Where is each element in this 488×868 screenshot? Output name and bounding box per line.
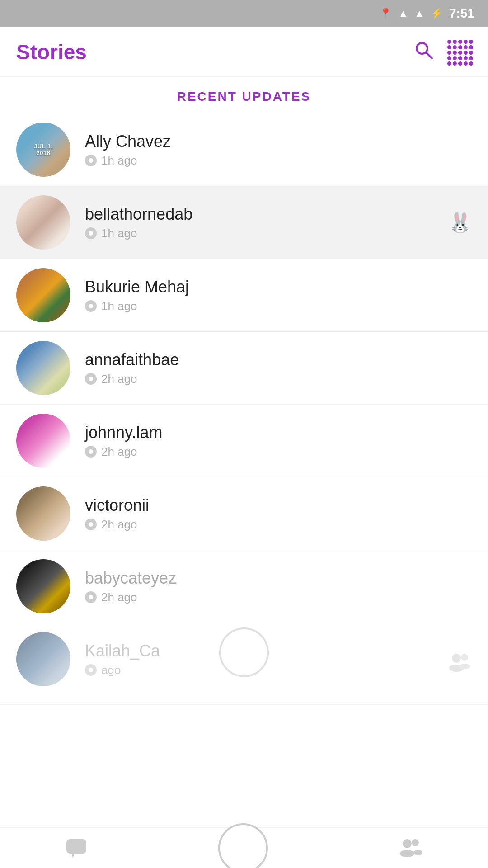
grid-dot bbox=[453, 51, 457, 55]
grid-menu-button[interactable] bbox=[447, 40, 472, 64]
story-username-johnny: johnny.lam bbox=[85, 423, 472, 442]
story-item-bukurie[interactable]: Bukurie Mehaj 1h ago bbox=[0, 259, 488, 332]
svg-point-9 bbox=[400, 850, 414, 857]
grid-dot bbox=[458, 45, 462, 49]
grid-dot bbox=[447, 40, 451, 44]
search-button[interactable] bbox=[414, 40, 434, 63]
story-time-anna: 2h ago bbox=[85, 372, 472, 386]
svg-rect-6 bbox=[66, 839, 86, 854]
section-title: RECENT UPDATES bbox=[0, 77, 488, 113]
snap-circle[interactable] bbox=[219, 627, 269, 677]
grid-dot bbox=[469, 40, 473, 44]
time-icon bbox=[85, 227, 97, 239]
story-info-last: Kailah_Ca ago bbox=[85, 642, 472, 677]
snap-shutter-icon bbox=[218, 823, 268, 868]
grid-dot bbox=[447, 51, 451, 55]
snap-nav-button[interactable] bbox=[218, 823, 268, 868]
story-username-last: Kailah_Ca bbox=[85, 642, 472, 660]
story-item-ally[interactable]: Ally Chavez 1h ago bbox=[0, 113, 488, 186]
story-item-baby[interactable]: babycateyez 2h ago bbox=[0, 550, 488, 623]
friends-nav-button[interactable] bbox=[399, 838, 422, 858]
grid-dot bbox=[458, 56, 462, 60]
story-item-last[interactable]: Kailah_Ca ago bbox=[0, 623, 488, 705]
story-time-bella: 1h ago bbox=[85, 226, 448, 241]
grid-dot bbox=[464, 40, 468, 44]
time-icon bbox=[85, 519, 97, 530]
grid-dot bbox=[453, 56, 457, 60]
grid-dot bbox=[458, 40, 462, 44]
avatar-baby bbox=[16, 559, 70, 613]
svg-point-5 bbox=[459, 664, 470, 669]
story-info-victor: victoronii 2h ago bbox=[85, 496, 472, 532]
story-item-bella[interactable]: bellathornedab 1h ago 🐰 bbox=[0, 186, 488, 259]
time-icon bbox=[85, 300, 97, 312]
story-username-bella: bellathornedab bbox=[85, 205, 448, 224]
avatar-anna bbox=[16, 341, 70, 395]
avatar-victor bbox=[16, 486, 70, 541]
location-icon: 📍 bbox=[380, 8, 392, 19]
time-icon bbox=[85, 446, 97, 458]
story-item-anna[interactable]: annafaithbae 2h ago bbox=[0, 332, 488, 405]
time-icon bbox=[85, 664, 97, 676]
avatar-bukurie bbox=[16, 268, 70, 322]
story-badge-bella: 🐰 bbox=[448, 212, 472, 234]
story-info-baby: babycateyez 2h ago bbox=[85, 569, 472, 604]
chat-nav-button[interactable] bbox=[66, 838, 87, 858]
grid-dot bbox=[453, 40, 457, 44]
svg-point-10 bbox=[412, 839, 419, 846]
grid-dot bbox=[447, 56, 451, 60]
story-info-bukurie: Bukurie Mehaj 1h ago bbox=[85, 278, 472, 313]
story-username-victor: victoronii bbox=[85, 496, 472, 515]
status-bar: 📍 ▲ ▲ ⚡ 7:51 bbox=[0, 0, 488, 27]
story-time-ally: 1h ago bbox=[85, 154, 472, 168]
bottom-nav bbox=[0, 827, 488, 868]
grid-dot bbox=[453, 61, 457, 66]
grid-dot bbox=[447, 61, 451, 66]
story-info-anna: annafaithbae 2h ago bbox=[85, 350, 472, 386]
grid-dot bbox=[469, 45, 473, 49]
wifi-icon: ▲ bbox=[398, 8, 408, 19]
story-list: Ally Chavez 1h ago bellathornedab 1h ago… bbox=[0, 113, 488, 705]
story-username-anna: annafaithbae bbox=[85, 350, 472, 369]
grid-dot bbox=[464, 61, 468, 66]
avatar-johnny bbox=[16, 414, 70, 468]
story-time-johnny: 2h ago bbox=[85, 445, 472, 459]
status-time: 7:51 bbox=[449, 6, 474, 21]
header-actions bbox=[414, 40, 472, 64]
friends-icon-nav bbox=[399, 838, 422, 858]
grid-dot bbox=[447, 45, 451, 49]
chat-icon bbox=[66, 838, 87, 858]
story-username-ally: Ally Chavez bbox=[85, 132, 472, 151]
story-time-victor: 2h ago bbox=[85, 518, 472, 532]
grid-dot bbox=[458, 61, 462, 66]
avatar-bella bbox=[16, 195, 70, 250]
svg-point-2 bbox=[452, 654, 461, 663]
signal-icon: ▲ bbox=[414, 8, 424, 19]
avatar-ally bbox=[16, 123, 70, 177]
story-info-ally: Ally Chavez 1h ago bbox=[85, 132, 472, 168]
grid-dot bbox=[458, 51, 462, 55]
story-username-bukurie: Bukurie Mehaj bbox=[85, 278, 472, 297]
story-info-bella: bellathornedab 1h ago bbox=[85, 205, 448, 241]
time-icon bbox=[85, 591, 97, 603]
grid-dot bbox=[464, 45, 468, 49]
friends-icon bbox=[448, 653, 472, 675]
svg-line-1 bbox=[426, 52, 432, 58]
story-time-last: ago bbox=[85, 663, 472, 677]
story-item-victor[interactable]: victoronii 2h ago bbox=[0, 477, 488, 550]
grid-dot bbox=[464, 51, 468, 55]
grid-dot bbox=[464, 56, 468, 60]
svg-point-11 bbox=[413, 850, 422, 855]
grid-dot bbox=[453, 45, 457, 49]
svg-point-8 bbox=[403, 839, 412, 848]
story-item-johnny[interactable]: johnny.lam 2h ago bbox=[0, 405, 488, 477]
svg-point-4 bbox=[461, 654, 468, 661]
story-username-baby: babycateyez bbox=[85, 569, 472, 588]
grid-dot bbox=[469, 56, 473, 60]
story-time-baby: 2h ago bbox=[85, 590, 472, 604]
story-info-johnny: johnny.lam 2h ago bbox=[85, 423, 472, 459]
avatar-last bbox=[16, 632, 70, 686]
grid-dot bbox=[469, 51, 473, 55]
time-icon bbox=[85, 373, 97, 385]
app-header: Stories bbox=[0, 27, 488, 77]
